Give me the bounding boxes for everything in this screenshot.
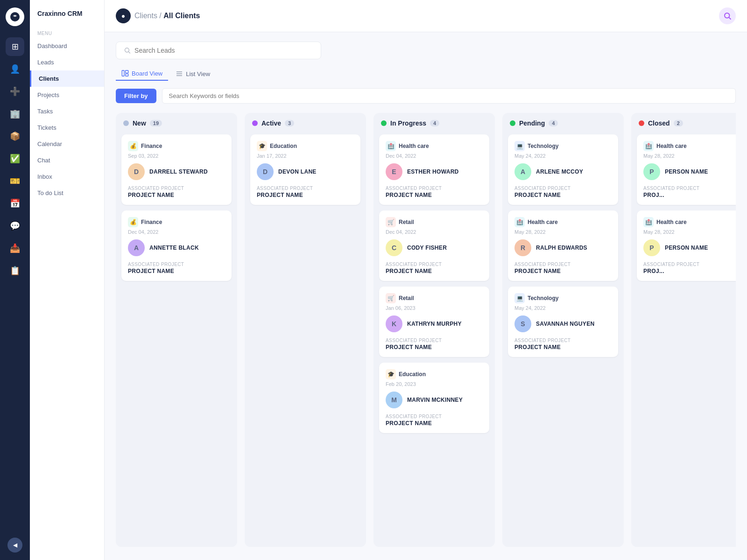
card-category-row: 🏥Health care [386, 141, 483, 151]
chat-sidebar-icon[interactable]: 💬 [6, 217, 24, 235]
search-input[interactable] [134, 47, 313, 54]
card-category-row: 💰Finance [128, 217, 225, 227]
nav-item-leads[interactable]: Leads [30, 54, 104, 70]
category-name: Finance [141, 143, 162, 149]
project-label: Associated Project [643, 186, 736, 191]
avatar: E [386, 163, 402, 180]
app-logo[interactable] [6, 7, 24, 26]
table-row[interactable]: 🏥Health careDec 04, 2022EESTHER HOWARDAs… [379, 134, 489, 205]
category-icon: 💰 [128, 141, 138, 151]
project-name: PROJECT NAME [257, 192, 354, 198]
category-icon: 🎓 [257, 141, 267, 151]
project-name: PROJECT NAME [386, 420, 483, 427]
nav-item-tasks[interactable]: Tasks [30, 103, 104, 119]
search-bar[interactable] [116, 42, 321, 59]
table-row[interactable]: 💰FinanceSep 03, 2022DDARRELL STEWARDAsso… [121, 134, 232, 205]
column-header-pending: Pending4 [502, 113, 624, 132]
svg-line-2 [729, 17, 731, 19]
project-name: PROJ... [643, 192, 736, 198]
column-title-pending: Pending [519, 119, 545, 127]
table-row[interactable]: 💰FinanceDec 04, 2022AANNETTE BLACKAssoci… [121, 210, 232, 281]
column-title-in-progress: In Progress [390, 119, 426, 127]
category-icon: 🏥 [386, 141, 396, 151]
sidebar: ⊞ 👤 ➕ 🏢 📦 ✅ 🎫 📅 💬 📥 📋 ◀ [0, 0, 30, 560]
user-sidebar-icon[interactable]: 👤 [6, 60, 24, 78]
category-icon: 🏥 [514, 217, 525, 227]
column-count-pending: 4 [549, 120, 558, 126]
clients-sidebar-icon[interactable]: 🏢 [6, 105, 24, 123]
project-name: PROJECT NAME [514, 268, 612, 274]
tasks-sidebar-icon[interactable]: ✅ [6, 149, 24, 168]
table-row[interactable]: 🛒RetailJan 06, 2023KKATHRYN MURPHYAssoci… [379, 287, 489, 357]
sidebar-toggle-button[interactable]: ◀ [7, 538, 22, 553]
category-name: Health care [656, 219, 687, 225]
nav-item-tickets[interactable]: Tickets [30, 119, 104, 136]
project-label: Associated Project [128, 262, 225, 267]
tickets-sidebar-icon[interactable]: 🎫 [6, 172, 24, 190]
nav-item-todo[interactable]: To do List [30, 185, 104, 201]
table-row[interactable]: 💻TechnologyMay 24, 2022SSAVANNAH NGUYENA… [508, 287, 618, 357]
project-label: Associated Project [514, 262, 612, 267]
table-row[interactable]: 🎓EducationJan 17, 2022DDEVON LANEAssocia… [250, 134, 360, 205]
status-dot-in-progress [381, 120, 387, 126]
card-person-row: RRALPH EDWARDS [514, 239, 612, 256]
column-title-active: Active [261, 119, 281, 127]
inbox-sidebar-icon[interactable]: 📥 [6, 239, 24, 258]
project-name: PROJECT NAME [514, 344, 612, 350]
view-toggle: Board View List View [116, 67, 736, 81]
table-row[interactable]: 💻TechnologyMay 24, 2022AARLENE MCCOYAsso… [508, 134, 618, 205]
dashboard-sidebar-icon[interactable]: ⊞ [6, 37, 24, 56]
card-date: May 24, 2022 [514, 153, 612, 159]
breadcrumb: Clients / All Clients [134, 12, 200, 20]
nav-item-clients[interactable]: Clients [30, 70, 104, 87]
nav-item-inbox[interactable]: Inbox [30, 168, 104, 185]
nav-item-projects[interactable]: Projects [30, 87, 104, 103]
table-row[interactable]: 🏥Health careMay 28, 2022PPERSON NAMEAsso… [637, 210, 736, 281]
header-search-button[interactable] [719, 7, 736, 24]
column-active: Active3🎓EducationJan 17, 2022DDEVON LANE… [245, 113, 366, 547]
table-row[interactable]: 🏥Health careMay 28, 2022PPERSON NAMEAsso… [637, 134, 736, 205]
nav-item-dashboard[interactable]: Dashboard [30, 38, 104, 54]
projects-sidebar-icon[interactable]: 📦 [6, 127, 24, 146]
sidebar-bottom: ◀ [7, 538, 22, 553]
project-label: Associated Project [257, 186, 354, 191]
list-view-icon [176, 70, 183, 77]
card-date: Jan 17, 2022 [257, 153, 354, 159]
person-name: KATHRYN MURPHY [407, 321, 462, 327]
category-name: Health care [528, 219, 558, 225]
table-row[interactable]: 🎓EducationFeb 20, 2023MMARVIN MCKINNEYAs… [379, 363, 489, 433]
table-row[interactable]: 🛒RetailDec 04, 2022CCODY FISHERAssociate… [379, 210, 489, 281]
project-name: PROJECT NAME [514, 192, 612, 198]
avatar: A [128, 239, 145, 256]
nav-item-calendar[interactable]: Calendar [30, 136, 104, 152]
nav-item-chat[interactable]: Chat [30, 152, 104, 168]
column-cards-new: 💰FinanceSep 03, 2022DDARRELL STEWARDAsso… [116, 132, 237, 547]
category-icon: 🏥 [643, 141, 654, 151]
column-header-new: New19 [116, 113, 237, 132]
card-date: Dec 04, 2022 [386, 229, 483, 235]
person-name: ARLENE MCCOY [536, 168, 583, 175]
project-label: Associated Project [643, 262, 736, 267]
card-person-row: EESTHER HOWARD [386, 163, 483, 180]
card-date: May 28, 2022 [643, 153, 736, 159]
svg-rect-7 [126, 74, 128, 76]
calendar-sidebar-icon[interactable]: 📅 [6, 194, 24, 213]
column-header-closed: Closed2 [631, 113, 736, 132]
list-view-button[interactable]: List View [170, 67, 216, 80]
table-row[interactable]: 🏥Health careMay 28, 2022RRALPH EDWARDSAs… [508, 210, 618, 281]
filter-search-input[interactable] [162, 88, 736, 104]
card-category-row: 💻Technology [514, 141, 612, 151]
category-icon: 🛒 [386, 217, 396, 227]
todo-sidebar-icon[interactable]: 📋 [6, 261, 24, 280]
avatar: M [386, 392, 402, 408]
filter-row: Filter by [116, 88, 736, 104]
column-cards-closed: 🏥Health careMay 28, 2022PPERSON NAMEAsso… [631, 132, 736, 547]
card-category-row: 🏥Health care [514, 217, 612, 227]
avatar: A [514, 163, 531, 180]
category-name: Technology [528, 143, 558, 149]
board-view-button[interactable]: Board View [116, 67, 168, 81]
svg-point-1 [725, 13, 730, 18]
add-user-sidebar-icon[interactable]: ➕ [6, 82, 24, 101]
filter-by-button[interactable]: Filter by [116, 89, 156, 103]
svg-rect-5 [122, 70, 124, 76]
